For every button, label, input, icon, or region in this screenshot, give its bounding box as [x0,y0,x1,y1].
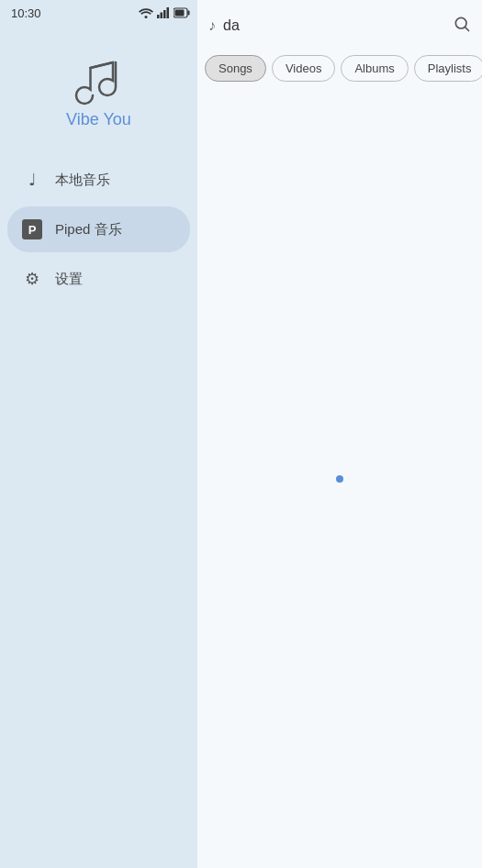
status-time: 10:30 [11,6,41,20]
search-input[interactable] [223,17,445,34]
sidebar-item-local-music[interactable]: ♩ 本地音乐 [7,157,190,203]
tab-albums[interactable]: Albums [341,55,408,82]
nav-items: ♩ 本地音乐 P Piped 音乐 ⚙ 设置 [0,157,197,302]
app-title: Vibe You [66,110,131,129]
logo-area: Vibe You [66,55,131,129]
search-music-icon: ♪ [208,17,216,34]
svg-rect-7 [175,10,185,17]
svg-line-10 [465,27,469,30]
status-bar: 10:30 [0,0,197,26]
tabs-bar: Songs Videos Albums Playlists [197,51,482,89]
svg-rect-6 [188,11,190,16]
status-icons [139,0,190,26]
svg-rect-2 [161,13,163,19]
svg-rect-4 [167,7,170,18]
music-note-icon: ♩ [22,170,42,190]
sidebar-item-local-music-label: 本地音乐 [55,172,110,189]
loading-indicator [336,475,343,483]
wifi-icon [139,7,153,18]
sidebar-item-settings-label: 设置 [55,271,83,288]
signal-icon [157,7,170,18]
search-bar: ♪ [197,0,482,51]
search-icon[interactable] [453,15,471,38]
svg-rect-1 [157,15,160,18]
content-area [197,89,482,868]
tab-playlists[interactable]: Playlists [414,55,482,82]
sidebar-item-settings[interactable]: ⚙ 设置 [7,256,190,302]
app-logo-icon [74,55,122,110]
battery-icon [174,7,190,18]
main-content: ♪ Songs Videos Albums Playlists [197,0,482,868]
tab-videos[interactable]: Videos [272,55,336,82]
piped-icon: P [22,219,42,239]
sidebar: 10:30 [0,0,197,868]
sidebar-item-piped-music[interactable]: P Piped 音乐 [7,206,190,252]
sidebar-item-piped-music-label: Piped 音乐 [55,221,122,239]
svg-line-8 [91,62,114,68]
svg-point-0 [145,16,148,18]
gear-icon: ⚙ [22,269,42,289]
tab-songs[interactable]: Songs [205,55,266,82]
svg-rect-3 [163,10,166,18]
